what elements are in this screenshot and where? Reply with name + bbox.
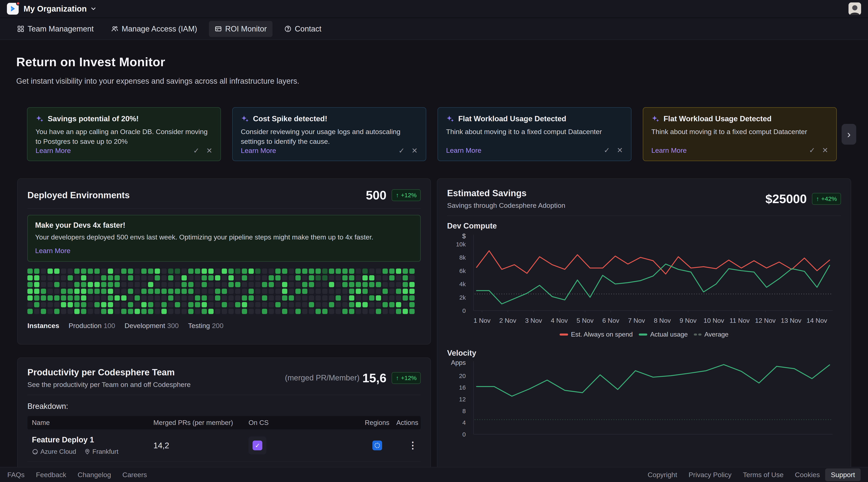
heatmap-cell[interactable] [309,289,314,294]
heatmap-cell[interactable] [27,309,33,314]
heatmap-cell[interactable] [255,269,260,274]
heatmap-cell[interactable] [108,302,113,307]
heatmap-cell[interactable] [182,302,187,307]
heatmap-cell[interactable] [195,309,200,314]
accept-check-icon[interactable]: ✓ [399,146,405,155]
heatmap-cell[interactable] [269,275,274,280]
heatmap-cell[interactable] [161,295,167,301]
heatmap-cell[interactable] [161,302,167,307]
heatmap-cell[interactable] [403,275,408,280]
heatmap-cell[interactable] [242,309,247,314]
heatmap-cell[interactable] [222,275,227,280]
heatmap-cell[interactable] [228,282,234,287]
heatmap-cell[interactable] [202,282,207,287]
heatmap-cell[interactable] [61,269,66,274]
heatmap-cell[interactable] [329,309,334,314]
heatmap-cell[interactable] [409,269,414,274]
heatmap-cell[interactable] [396,295,401,301]
dismiss-x-icon[interactable]: ✕ [822,146,828,155]
heatmap-cell[interactable] [302,302,307,307]
heatmap-cell[interactable] [94,289,100,294]
heatmap-cell[interactable] [34,289,39,294]
heatmap-cell[interactable] [322,282,328,287]
heatmap-cell[interactable] [376,302,381,307]
heatmap-cell[interactable] [61,295,66,301]
heatmap-cell[interactable] [309,295,314,301]
footer-link-copyright[interactable]: Copyright [648,471,677,479]
heatmap-cell[interactable] [94,302,100,307]
heatmap-cell[interactable] [148,289,153,294]
heatmap-cell[interactable] [128,282,133,287]
heatmap-cell[interactable] [128,302,133,307]
heatmap-cell[interactable] [235,295,240,301]
heatmap-cell[interactable] [121,309,126,314]
heatmap-cell[interactable] [249,269,254,274]
heatmap-cell[interactable] [94,282,100,287]
heatmap-cell[interactable] [68,295,73,301]
heatmap-cell[interactable] [269,302,274,307]
heatmap-cell[interactable] [175,295,180,301]
heatmap-cell[interactable] [61,302,66,307]
heatmap-cell[interactable] [262,302,267,307]
heatmap-cell[interactable] [88,302,93,307]
heatmap-cell[interactable] [296,289,301,294]
heatmap-cell[interactable] [175,275,180,280]
heatmap-cell[interactable] [48,295,53,301]
heatmap-cell[interactable] [195,282,200,287]
heatmap-cell[interactable] [363,295,368,301]
heatmap-cell[interactable] [396,275,401,280]
heatmap-cell[interactable] [222,295,227,301]
heatmap-cell[interactable] [74,269,80,274]
heatmap-cell[interactable] [382,282,388,287]
heatmap-cell[interactable] [403,295,408,301]
heatmap-cell[interactable] [349,275,354,280]
tab-contact[interactable]: Contact [279,21,327,37]
heatmap-cell[interactable] [168,309,174,314]
heatmap-cell[interactable] [41,282,46,287]
tab-roi-monitor[interactable]: ROI Monitor [209,21,273,37]
heatmap-cell[interactable] [302,289,307,294]
heatmap-cell[interactable] [115,269,120,274]
heatmap-cell[interactable] [135,269,140,274]
heatmap-cell[interactable] [148,275,153,280]
heatmap-cell[interactable] [121,289,126,294]
heatmap-cell[interactable] [195,295,200,301]
heatmap-cell[interactable] [269,289,274,294]
dismiss-x-icon[interactable]: ✕ [206,146,212,155]
heatmap-cell[interactable] [289,309,294,314]
heatmap-cell[interactable] [155,295,160,301]
heatmap-cell[interactable] [27,302,33,307]
heatmap-cell[interactable] [108,282,113,287]
heatmap-cell[interactable] [41,289,46,294]
heatmap-cell[interactable] [369,269,374,274]
heatmap-cell[interactable] [289,302,294,307]
heatmap-cell[interactable] [108,309,113,314]
heatmap-cell[interactable] [68,309,73,314]
heatmap-cell[interactable] [382,275,388,280]
heatmap-cell[interactable] [141,302,147,307]
heatmap-cell[interactable] [315,275,321,280]
heatmap-cell[interactable] [296,309,301,314]
heatmap-cell[interactable] [309,269,314,274]
heatmap-cell[interactable] [121,269,126,274]
heatmap-cell[interactable] [363,282,368,287]
heatmap-cell[interactable] [141,269,147,274]
heatmap-cell[interactable] [315,282,321,287]
heatmap-cell[interactable] [74,309,80,314]
heatmap-cell[interactable] [342,269,348,274]
heatmap-cell[interactable] [101,302,106,307]
heatmap-cell[interactable] [228,289,234,294]
heatmap-cell[interactable] [255,309,260,314]
heatmap-cell[interactable] [108,269,113,274]
heatmap-cell[interactable] [322,309,328,314]
heatmap-cell[interactable] [322,295,328,301]
heatmap-cell[interactable] [249,282,254,287]
learn-more-link[interactable]: Learn More [241,147,276,155]
heatmap-cell[interactable] [382,309,388,314]
heatmap-cell[interactable] [275,275,281,280]
heatmap-cell[interactable] [68,282,73,287]
heatmap-cell[interactable] [382,302,388,307]
heatmap-cell[interactable] [336,309,341,314]
heatmap-cell[interactable] [356,289,361,294]
heatmap-cell[interactable] [222,269,227,274]
